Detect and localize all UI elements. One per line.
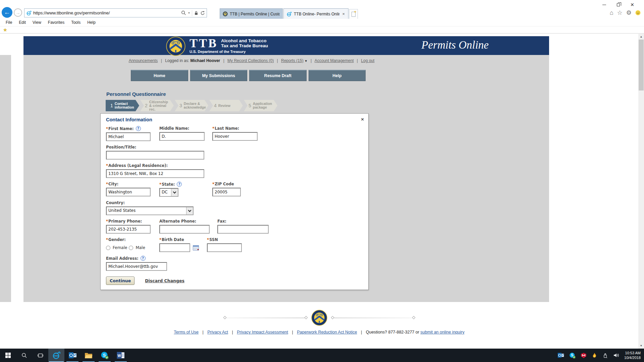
taskbar-ie-button[interactable] — [48, 349, 64, 362]
reports-link[interactable]: Reports (15) — [281, 58, 304, 63]
taskbar-clock[interactable]: 10:53 AM 10/4/2018 — [624, 351, 641, 360]
privacy-impact-link[interactable]: Privacy Impact Assessment — [237, 330, 288, 335]
clock-time: 10:53 AM — [624, 351, 641, 355]
smiley-feedback-icon[interactable] — [635, 10, 641, 15]
menu-help[interactable]: Help — [84, 19, 99, 25]
tab-close-icon[interactable]: × — [341, 11, 345, 16]
paperwork-reduction-link[interactable]: Paperwork Reduction Act Notice — [297, 330, 357, 335]
nav-home-button[interactable]: Home — [131, 70, 188, 81]
fax-label: Fax: — [217, 219, 363, 224]
step-label: Review — [218, 104, 240, 108]
nav-my-submissions-button[interactable]: My Submissions — [190, 70, 248, 81]
zip-input[interactable] — [212, 188, 241, 196]
favorites-bar-star-icon[interactable]: ★ — [3, 27, 7, 33]
position-title-input[interactable] — [106, 151, 204, 160]
ttb-favicon — [223, 11, 228, 16]
fax-input[interactable] — [217, 225, 269, 234]
first-name-input[interactable] — [106, 132, 151, 141]
step-number: 3 — [179, 103, 182, 108]
help-icon[interactable]: ? — [141, 256, 146, 261]
tray-volume-icon[interactable] — [613, 353, 619, 358]
birth-date-input[interactable] — [159, 243, 190, 252]
task-view-button[interactable] — [32, 349, 48, 362]
online-inquiry-link[interactable]: submit an online inquiry — [420, 330, 464, 335]
close-button[interactable]: × — [625, 1, 639, 9]
minimize-button[interactable] — [597, 1, 611, 9]
alternate-phone-input[interactable] — [159, 225, 210, 234]
reports-caret-icon[interactable]: ▼ — [305, 59, 308, 63]
account-management-link[interactable]: Account Management — [315, 58, 354, 63]
privacy-act-link[interactable]: Privacy Act — [207, 330, 228, 335]
left-gray-strip — [0, 55, 11, 302]
form-title: Contact Information — [106, 117, 363, 122]
ssn-label: *SSN — [207, 237, 363, 242]
menu-view[interactable]: View — [29, 19, 45, 25]
gender-male-radio[interactable] — [129, 246, 133, 250]
middle-name-input[interactable] — [159, 132, 205, 141]
tab-ttb-permits[interactable]: TTB | Permits Online | Custom... — [220, 8, 283, 19]
address-bar[interactable]: https://www.ttbonline.gov/permitsonline/… — [24, 8, 207, 17]
address-input[interactable] — [106, 169, 204, 178]
last-name-input[interactable] — [212, 132, 258, 141]
forward-button[interactable]: → — [14, 8, 22, 17]
panel-close-icon[interactable]: × — [361, 116, 364, 122]
tab-strip: TTB | Permits Online | Custom... TTB Onl… — [220, 8, 358, 19]
user-bar: Announcements | Logged in as: Michael Ho… — [23, 58, 480, 63]
continue-button[interactable]: Continue — [106, 277, 135, 285]
select-chevron-icon[interactable] — [186, 207, 193, 215]
help-icon[interactable]: ? — [177, 182, 182, 187]
discard-changes-link[interactable]: Discard Changes — [145, 278, 184, 283]
nav-resume-draft-button[interactable]: Resume Draft — [249, 70, 307, 81]
back-button[interactable]: ← — [2, 7, 12, 18]
start-button[interactable] — [0, 349, 16, 362]
ssn-input[interactable] — [207, 243, 242, 252]
tray-skype-icon[interactable]: S — [569, 352, 576, 359]
favorites-star-icon[interactable]: ☆ — [617, 10, 623, 16]
restore-button[interactable] — [611, 1, 625, 9]
taskbar-explorer-button[interactable] — [80, 349, 97, 362]
tray-flame-icon[interactable] — [592, 353, 597, 358]
taskbar-outlook-button[interactable] — [64, 349, 80, 362]
scrollbar-thumb[interactable] — [639, 40, 644, 90]
ttb-logo: TTB Alcohol and Tobacco Tax and Trade Bu… — [166, 35, 268, 56]
search-caret-icon[interactable]: ▼ — [188, 12, 190, 14]
nav-help-button[interactable]: Help — [309, 70, 366, 81]
record-collections-link[interactable]: My Record Collections (0) — [227, 58, 274, 63]
scroll-down-icon[interactable]: ▼ — [638, 343, 644, 349]
taskbar-word-button[interactable]: W — [113, 349, 129, 362]
log-out-link[interactable]: Log out — [361, 58, 374, 63]
new-tab-button[interactable] — [349, 9, 358, 19]
menu-edit[interactable]: Edit — [15, 19, 29, 25]
terms-of-use-link[interactable]: Terms of Use — [174, 330, 199, 335]
city-input[interactable] — [106, 188, 151, 196]
primary-phone-input[interactable] — [106, 225, 151, 234]
tray-usb-icon[interactable] — [602, 353, 608, 358]
taskbar-skype-button[interactable]: S — [97, 349, 113, 362]
page-footer: Terms of Use | Privacy Act | Privacy Imp… — [0, 310, 638, 335]
state-select[interactable]: DC — [159, 188, 178, 197]
url-text[interactable]: https://www.ttbonline.gov/permitsonline/ — [33, 10, 179, 15]
email-input[interactable] — [106, 262, 167, 271]
tray-outlook-icon[interactable] — [557, 352, 564, 358]
menu-file[interactable]: File — [2, 19, 15, 25]
refresh-icon[interactable] — [200, 11, 205, 15]
wizard-step-declare: 3 Declare & acknowledge — [175, 100, 208, 111]
taskbar-search-button[interactable] — [16, 349, 32, 362]
search-icon[interactable] — [181, 10, 186, 15]
menu-tools[interactable]: Tools — [68, 19, 84, 25]
help-icon[interactable]: ? — [136, 126, 141, 131]
calendar-icon[interactable] — [193, 245, 199, 250]
ttb-acronym: TTB — [190, 38, 218, 49]
tray-mcafee-icon[interactable] — [581, 353, 587, 358]
vertical-scrollbar[interactable]: ▲ ▼ — [638, 34, 644, 349]
announcements-link[interactable]: Announcements — [129, 58, 158, 63]
menu-favorites[interactable]: Favorites — [45, 19, 68, 25]
scroll-up-icon[interactable]: ▲ — [638, 34, 644, 40]
country-select[interactable]: United States — [106, 206, 194, 215]
settings-gear-icon[interactable]: ⚙ — [626, 10, 632, 16]
gender-female-radio[interactable] — [106, 246, 110, 250]
tab-ttb-online-active[interactable]: TTB Online- Permits Online... × — [283, 8, 348, 19]
select-chevron-icon[interactable] — [171, 189, 178, 196]
home-icon[interactable]: ⌂ — [610, 10, 613, 16]
menu-bar: File Edit View Favorites Tools Help — [0, 19, 644, 26]
